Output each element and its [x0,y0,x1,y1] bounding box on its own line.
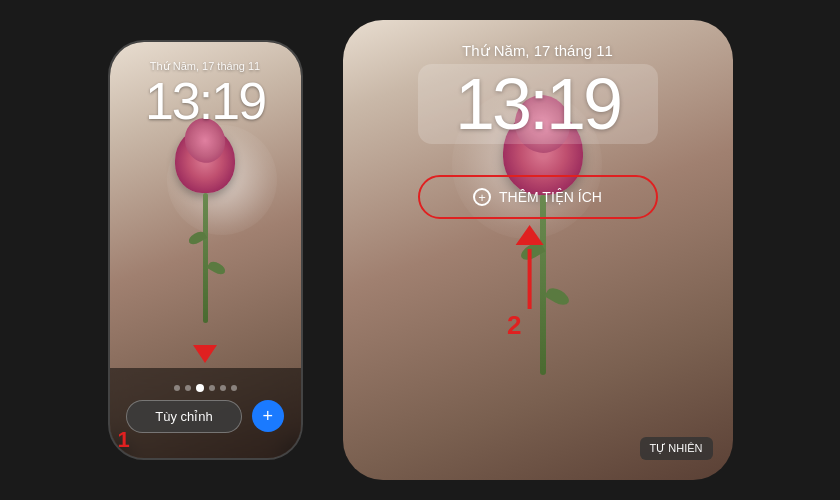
them-plus-icon: + [473,188,491,206]
tu-nhien-badge: TỰ NHIÊN [640,437,713,460]
dot-3-active [196,384,204,392]
bottom-buttons: Tùy chỉnh + [126,400,283,433]
annotation-number-2: 2 [507,310,521,341]
date-right: Thứ Năm, 17 tháng 11 [343,42,733,60]
date-left: Thứ Năm, 17 tháng 11 [110,60,301,73]
time-left: 13:19 [110,73,301,130]
flower-head-left [175,128,235,193]
main-container: Thứ Năm, 17 tháng 11 13:19 Tùy chỉnh + 1 [0,0,840,500]
arrow-up-shaft [527,249,531,309]
dot-4 [209,385,215,391]
phone-right: Thứ Năm, 17 tháng 11 13:19 + THÊM TIỆN Í… [343,20,733,480]
annotation-number-1: 1 [118,427,130,453]
arrow-up-annotation: 2 [515,225,543,309]
dot-5 [220,385,226,391]
time-box-right: 13:19 [418,64,658,144]
tuy-chinh-button[interactable]: Tùy chỉnh [126,400,241,433]
dots-row [174,384,237,392]
arrow-up-icon [515,225,543,245]
them-tien-ich-label: THÊM TIỆN ÍCH [499,189,602,205]
time-right: 13:19 [428,68,648,140]
phone-left: Thứ Năm, 17 tháng 11 13:19 Tùy chỉnh + 1 [108,40,303,460]
phone-right-header: Thứ Năm, 17 tháng 11 13:19 [343,42,733,144]
plus-button[interactable]: + [252,400,284,432]
them-tien-ich-button[interactable]: + THÊM TIỆN ÍCH [418,175,658,219]
phone-left-header: Thứ Năm, 17 tháng 11 13:19 [110,60,301,130]
dot-2 [185,385,191,391]
arrow-down-icon [193,345,217,363]
flower-stem-left [203,193,208,323]
phone-left-bottom: Tùy chỉnh + [110,368,301,458]
arrow-down-annotation [193,345,217,363]
dot-6 [231,385,237,391]
dot-1 [174,385,180,391]
flower-left [165,128,245,378]
